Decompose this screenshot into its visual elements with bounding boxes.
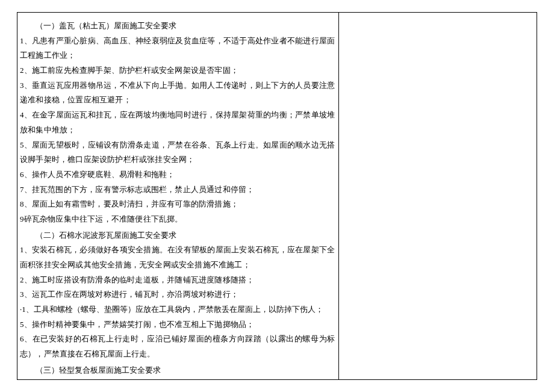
- list-item: 6、操作人员不准穿硬底鞋、易滑鞋和拖鞋；: [20, 167, 335, 182]
- list-item: 2、施工时应搭设有防滑条的临时走道板，并随铺瓦进度随移随搭；: [20, 273, 335, 288]
- document-frame: （一）盖瓦（粘土瓦）屋面施工安全要求 1、凡患有严重心脏病、高血压、神经衰弱症及…: [17, 12, 537, 380]
- list-item: 7、挂瓦范围的下方，应有警示标志或围栏，禁止人员通过和停留；: [20, 182, 335, 198]
- section-title-1: （一）盖瓦（粘土瓦）屋面施工安全要求: [20, 19, 335, 34]
- list-item: 1、安装石棉瓦，必须做好各项安全措施。在没有望板的屋面上安装石棉瓦，应在屋架下全…: [20, 243, 335, 272]
- content-column: （一）盖瓦（粘土瓦）屋面施工安全要求 1、凡患有严重心脏病、高血压、神经衰弱症及…: [17, 13, 339, 379]
- list-item: 3、运瓦工作应在两坡对称进行，铺瓦时，亦沿两坡对称进行；: [20, 287, 335, 302]
- section-title-2: （二）石棉水泥波形瓦屋面施工安全要求: [20, 228, 335, 243]
- list-item: 5、屋面无望板时，应铺设有防滑条走道，严禁在谷条、瓦条上行走。如屋面的顺水边无搭…: [20, 138, 335, 167]
- section-title-3: （三）轻型复合板屋面施工安全要求: [20, 363, 335, 378]
- list-item: 6、在已安装好的石棉瓦上行走时，应沿已铺好屋面的檀条方向踩踏（以露出的螺母为标志…: [20, 332, 335, 361]
- list-item: ·1、工具和螺栓（螺母、垫圈等）应放在工具袋内，严禁散丢在屋面上，以防掉下伤人；: [20, 302, 335, 317]
- list-item: 1、升运屋面板及泛水等构件，必须采用专用的吊索及提升架，按规定的吊点起吊。各种起…: [20, 378, 335, 380]
- list-item: 1、凡患有严重心脏病、高血压、神经衰弱症及贫血症等，不适于高处作业者不能进行屋面…: [20, 34, 335, 63]
- list-item: 4、在金字屋面运瓦和挂瓦，应在两坡均衡地同时进行，保持屋架荷重的均衡；严禁单坡堆…: [20, 108, 335, 137]
- list-item: 9碎瓦杂物应集中往下运，不准随便往下乱掷。: [20, 212, 335, 227]
- list-item: 3、垂直运瓦应用器物吊运，不准从下向上手抛。如用人工传递时，则上下方的人员要注意…: [20, 78, 335, 108]
- empty-column: [339, 13, 537, 379]
- list-item: 8、屋面上如有霜雪时，要及时清扫，并应有可靠的防滑措施；: [20, 197, 335, 212]
- list-item: 2、施工前应先检查脚手架、防护栏杆或安全网架设是否牢固；: [20, 63, 335, 78]
- list-item: 5、操作时精神要集中，严禁嬉笑打闹，也不准互相上下抛掷物品；: [20, 317, 335, 332]
